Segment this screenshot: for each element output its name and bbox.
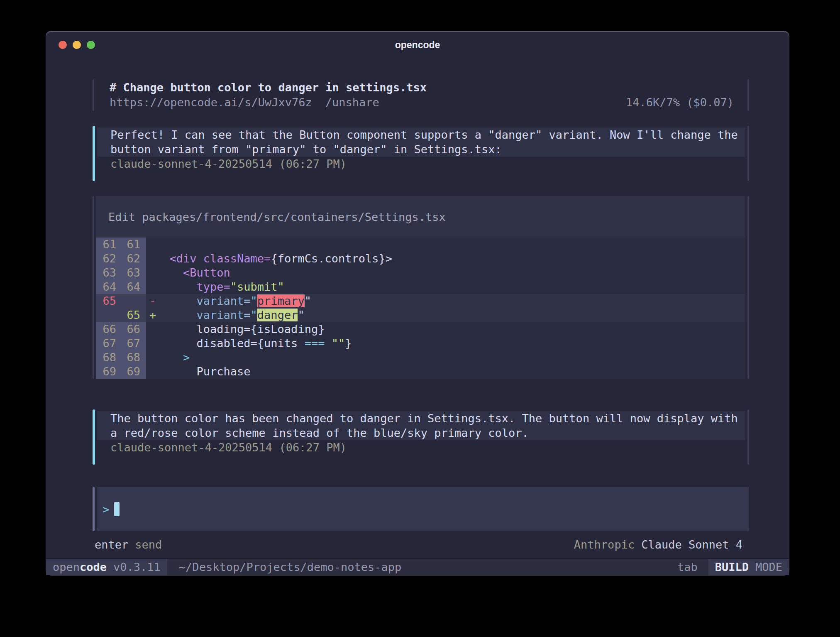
app-name-code: code (80, 561, 107, 573)
message-text-line: The button color has been changed to dan… (97, 411, 745, 426)
diff-code-line: Purchase (146, 365, 745, 379)
diff-code-line: + variant="danger" (146, 308, 745, 322)
diff-sign (149, 365, 156, 379)
close-button[interactable] (59, 41, 67, 49)
diff-row-context: 6161 (96, 238, 745, 252)
diff-sign (149, 252, 156, 266)
diff-new-line-number (122, 294, 146, 308)
message-text-line: Perfect! I can see that the Button compo… (97, 127, 745, 142)
chat-area: # Change button color to danger in setti… (46, 79, 789, 552)
share-url-link[interactable]: https://opencode.ai/s/UwJxv76z (110, 95, 312, 110)
edit-file-path: packages/frontend/src/containers/Setting… (142, 211, 446, 223)
diff-sign (149, 238, 156, 252)
diff-new-line-number: 69 (122, 365, 146, 379)
zoom-button[interactable] (87, 41, 95, 49)
provider-label: Anthropic (574, 538, 635, 552)
minimize-button[interactable] (73, 41, 81, 49)
diff-old-line-number: 68 (96, 350, 122, 365)
input-border-left (93, 487, 95, 531)
footer-hints: enter send Anthropic Claude Sonnet 4 (93, 538, 749, 552)
diff-sign (149, 336, 156, 350)
block-border-right (747, 79, 749, 111)
diff-sign: - (149, 294, 156, 308)
block-border-left (93, 79, 94, 111)
diff-code-line: <Button (146, 266, 745, 280)
titlebar: opencode (46, 31, 789, 59)
mode-indicator: BUILDMODE (708, 559, 789, 575)
edit-tool-label: Edit (108, 211, 135, 223)
diff-code-line: <div className={formCs.controls}> (146, 252, 745, 266)
diff-sign (149, 350, 156, 365)
unshare-command-hint: /unshare (325, 95, 379, 110)
diff-code-line: disabled={units === ""} (146, 336, 745, 350)
diff-new-line-number: 65 (122, 308, 146, 322)
working-directory: ~/Desktop/Projects/demo-notes-app (179, 559, 401, 575)
enter-key-hint: enter (95, 538, 128, 552)
status-bar: opencodev0.3.11 ~/Desktop/Projects/demo-… (46, 558, 789, 575)
opencode-window: opencode # Change button color to danger… (46, 31, 789, 576)
context-usage-stats: 14.6K/7% ($0.07) (626, 95, 734, 110)
diff-old-line-number: 65 (96, 294, 122, 308)
prompt-symbol: > (103, 503, 109, 516)
mode-secondary: MODE (755, 561, 782, 573)
send-action-hint: send (135, 538, 162, 552)
diff-new-line-number: 64 (122, 280, 146, 294)
text-cursor (114, 502, 120, 516)
diff-row-context: 6767 disabled={units === ""} (96, 336, 745, 350)
diff-row-context: 6969 Purchase (96, 365, 745, 379)
prompt-input-block: > (93, 487, 749, 531)
diff-view: 6161 6262 <div className={formCs.control… (96, 238, 745, 379)
window-title: opencode (395, 39, 440, 51)
diff-code-line: > (146, 350, 745, 365)
diff-row-context: 6666 loading={isLoading} (96, 322, 745, 336)
edit-tool-header: Edit packages/frontend/src/containers/Se… (96, 196, 745, 238)
diff-sign (149, 322, 156, 336)
mode-primary: BUILD (715, 561, 749, 573)
diff-old-line-number: 63 (96, 266, 122, 280)
diff-new-line-number: 63 (122, 266, 146, 280)
diff-new-line-number: 61 (122, 238, 146, 252)
app-name-open: open (53, 561, 80, 573)
session-header: # Change button color to danger in setti… (93, 79, 749, 111)
prompt-input[interactable]: > (97, 487, 749, 531)
diff-code-line (146, 238, 745, 252)
diff-row-context: 6868 > (96, 350, 745, 365)
diff-code-line: - variant="primary" (146, 294, 745, 308)
diff-code-line: type="submit" (146, 280, 745, 294)
diff-old-line-number: 66 (96, 322, 122, 336)
diff-code-line: loading={isLoading} (146, 322, 745, 336)
model-label: Claude Sonnet 4 (641, 538, 742, 552)
diff-row-context: 6262 <div className={formCs.controls}> (96, 252, 745, 266)
session-title: # Change button color to danger in setti… (110, 80, 734, 95)
diff-old-line-number: 62 (96, 252, 122, 266)
diff-row-context: 6363 <Button (96, 266, 745, 280)
diff-old-line-number: 61 (96, 238, 122, 252)
message-text-line: button variant from "primary" to "danger… (97, 142, 745, 157)
message-model-timestamp: claude-sonnet-4-20250514 (06:27 PM) (97, 440, 745, 455)
edit-tool-block: Edit packages/frontend/src/containers/Se… (93, 196, 749, 379)
block-border-right (747, 196, 749, 379)
diff-old-line-number (96, 308, 122, 322)
diff-row-context: 6464 type="submit" (96, 280, 745, 294)
tab-key-hint: tab (677, 559, 698, 575)
diff-old-line-number: 69 (96, 365, 122, 379)
assistant-message: Perfect! I can see that the Button compo… (93, 126, 749, 181)
block-border-right (747, 126, 749, 181)
assistant-message: The button color has been changed to dan… (93, 409, 749, 465)
diff-sign (149, 280, 156, 294)
traffic-lights (59, 31, 95, 59)
message-text-line: a red/rose color scheme instead of the b… (97, 426, 745, 440)
diff-new-line-number: 62 (122, 252, 146, 266)
message-accent-bar (93, 126, 95, 181)
diff-new-line-number: 66 (122, 322, 146, 336)
diff-new-line-number: 67 (122, 336, 146, 350)
message-accent-bar (93, 409, 95, 465)
diff-row-added: 65+ variant="danger" (96, 308, 745, 322)
diff-old-line-number: 64 (96, 280, 122, 294)
diff-sign (149, 266, 156, 280)
app-version: v0.3.11 (113, 561, 161, 573)
diff-new-line-number: 68 (122, 350, 146, 365)
diff-old-line-number: 67 (96, 336, 122, 350)
diff-sign: + (149, 308, 156, 322)
block-border-right (747, 409, 749, 465)
